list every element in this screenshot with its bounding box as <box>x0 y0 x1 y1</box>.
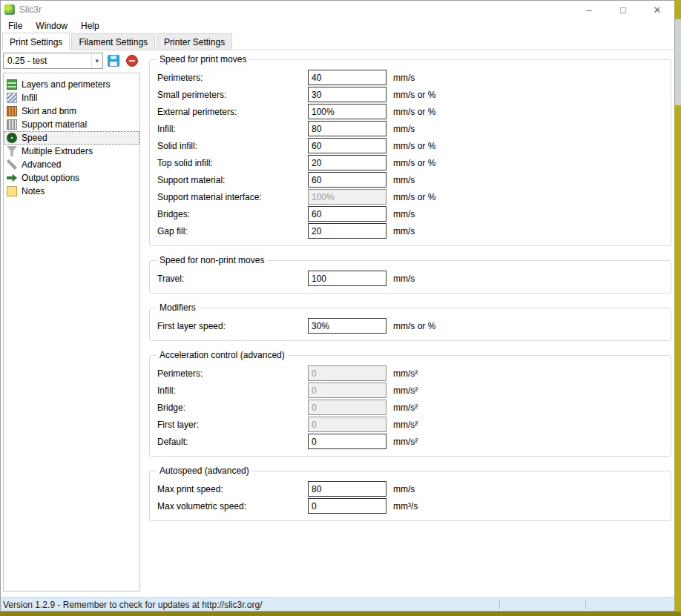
group-title: Modifiers <box>157 302 199 313</box>
save-preset-button[interactable] <box>105 53 122 69</box>
maximize-button[interactable]: □ <box>606 1 640 19</box>
setting-row-first-layer-speed: First layer speed: mm/s or % <box>157 317 663 334</box>
support-material-speed-input[interactable] <box>308 172 386 188</box>
small-perimeters-speed-input[interactable] <box>308 87 386 102</box>
setting-row-small-perimeters: Small perimeters: mm/s or % <box>157 86 663 103</box>
setting-unit: mm/s <box>393 175 415 185</box>
setting-label: Bridge: <box>157 403 308 413</box>
notes-icon <box>7 186 17 196</box>
setting-row-solid-infill: Solid infill: mm/s or % <box>157 137 663 154</box>
sidebar-item-multiple-extruders[interactable]: Multiple Extruders <box>4 145 139 158</box>
first-layer-speed-input[interactable] <box>308 318 386 334</box>
menubar: File Window Help <box>1 19 674 33</box>
dropdown-arrow-icon: ▾ <box>91 53 99 68</box>
sidebar-item-support-material[interactable]: Support material <box>4 118 139 131</box>
sidebar-item-label: Support material <box>22 119 87 130</box>
support-material-icon <box>7 119 17 130</box>
group-title: Speed for non-print moves <box>157 255 267 265</box>
setting-row-max-volumetric-speed: Max volumetric speed: mm³/s <box>157 497 663 514</box>
sidebar-item-notes[interactable]: Notes <box>4 185 139 198</box>
max-print-speed-input[interactable] <box>308 481 386 497</box>
setting-unit: mm/s or % <box>393 321 435 331</box>
setting-unit: mm/s or % <box>393 90 435 100</box>
menu-file[interactable]: File <box>1 19 29 33</box>
max-volumetric-speed-input[interactable] <box>308 498 386 514</box>
sidebar: 0.25 - test ▾ Layers and perimeters Infi… <box>3 53 140 592</box>
setting-label: Travel: <box>157 274 308 284</box>
sidebar-item-label: Skirt and brim <box>22 106 76 116</box>
setting-label: Perimeters: <box>157 73 308 83</box>
setting-unit: mm/s or % <box>393 107 435 117</box>
setting-row-accel-default: Default: mm/s² <box>157 433 663 450</box>
setting-label: Infill: <box>157 385 308 396</box>
gap-fill-speed-input[interactable] <box>308 223 386 239</box>
travel-speed-input[interactable] <box>308 271 386 286</box>
sidebar-item-skirt-and-brim[interactable]: Skirt and brim <box>4 105 139 118</box>
sidebar-item-infill[interactable]: Infill <box>4 91 139 105</box>
setting-unit: mm/s <box>393 73 415 83</box>
setting-unit: mm/s or % <box>393 192 435 202</box>
setting-row-bridges: Bridges: mm/s <box>157 205 663 222</box>
setting-row-accel-first-layer: First layer: mm/s² <box>157 416 663 433</box>
delete-minus-icon <box>126 55 138 67</box>
menu-help[interactable]: Help <box>74 19 106 33</box>
tab-filament-settings[interactable]: Filament Settings <box>71 33 155 50</box>
minimize-button[interactable]: – <box>572 1 606 19</box>
wrench-icon <box>7 159 17 170</box>
perimeters-speed-input[interactable] <box>308 70 386 85</box>
setting-unit: mm³/s <box>393 501 418 511</box>
solid-infill-speed-input[interactable] <box>308 138 386 153</box>
app-logo-icon <box>4 4 15 15</box>
setting-label: Gap fill: <box>157 226 308 236</box>
sidebar-item-speed[interactable]: Speed <box>4 131 139 145</box>
external-perimeters-speed-input[interactable] <box>308 104 386 119</box>
perimeters-acceleration-input <box>308 365 386 381</box>
setting-row-max-print-speed: Max print speed: mm/s <box>157 480 663 497</box>
sidebar-item-layers-and-perimeters[interactable]: Layers and perimeters <box>4 78 139 91</box>
top-solid-infill-speed-input[interactable] <box>308 155 386 170</box>
setting-unit: mm/s or % <box>393 158 435 168</box>
status-bar: Version 1.2.9 - Remember to check for up… <box>1 597 674 611</box>
desktop-background-bottom <box>0 612 681 616</box>
setting-label: Support material interface: <box>157 192 308 202</box>
group-title: Acceleration control (advanced) <box>157 350 288 360</box>
setting-row-infill: Infill: mm/s <box>157 120 663 137</box>
app-window: Slic3r – □ ✕ File Window Help Print Sett… <box>0 0 675 612</box>
preset-dropdown[interactable]: 0.25 - test ▾ <box>3 53 103 69</box>
infill-speed-input[interactable] <box>308 121 386 136</box>
setting-row-external-perimeters: External perimeters: mm/s or % <box>157 103 663 120</box>
setting-unit: mm/s² <box>393 437 418 447</box>
setting-row-support-material: Support material: mm/s <box>157 171 663 188</box>
desktop-background-strip <box>675 19 681 105</box>
setting-label: First layer: <box>157 420 308 430</box>
tab-printer-settings[interactable]: Printer Settings <box>157 33 232 50</box>
setting-row-accel-perimeters: Perimeters: mm/s² <box>157 365 663 382</box>
default-acceleration-input[interactable] <box>308 434 386 449</box>
setting-label: Perimeters: <box>157 368 308 379</box>
bridges-speed-input[interactable] <box>308 206 386 222</box>
sidebar-item-label: Notes <box>22 186 45 196</box>
setting-row-gap-fill: Gap fill: mm/s <box>157 222 663 239</box>
setting-row-travel: Travel: mm/s <box>157 270 663 287</box>
setting-label: External perimeters: <box>157 107 308 117</box>
setting-label: First layer speed: <box>157 321 308 331</box>
tab-print-settings[interactable]: Print Settings <box>2 33 70 50</box>
multiple-extruders-icon <box>7 146 17 156</box>
close-button[interactable]: ✕ <box>640 1 674 19</box>
setting-label: Top solid infill: <box>157 158 308 168</box>
save-floppy-icon <box>108 55 119 67</box>
first-layer-acceleration-input <box>308 417 386 432</box>
setting-unit: mm/s <box>393 274 415 284</box>
setting-label: Small perimeters: <box>157 90 308 100</box>
sidebar-item-label: Speed <box>22 133 47 143</box>
group-title: Autospeed (advanced) <box>157 466 252 476</box>
delete-preset-button[interactable] <box>124 53 140 69</box>
sidebar-item-label: Advanced <box>22 159 61 170</box>
infill-acceleration-input <box>308 382 386 398</box>
sidebar-item-output-options[interactable]: Output options <box>4 171 139 185</box>
menu-window[interactable]: Window <box>29 19 74 33</box>
sidebar-item-advanced[interactable]: Advanced <box>4 158 139 171</box>
settings-panel: Speed for print moves Perimeters: mm/s S… <box>149 50 671 521</box>
window-controls: – □ ✕ <box>572 1 674 19</box>
setting-unit: mm/s <box>393 484 415 494</box>
